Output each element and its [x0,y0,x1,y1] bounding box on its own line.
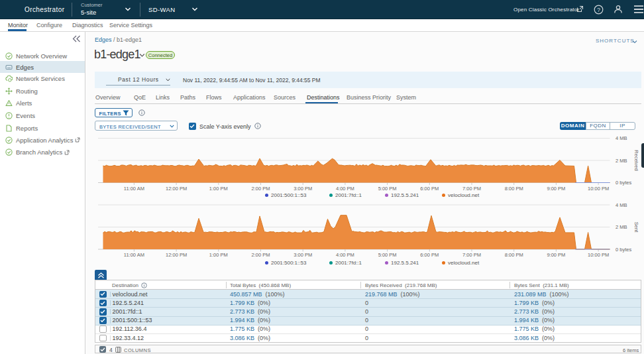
svg-text:11:00 AM: 11:00 AM [124,252,144,258]
svg-text:4 MB: 4 MB [616,202,627,208]
svg-text:5:00 PM: 5:00 PM [378,186,397,192]
svg-text:2:00 PM: 2:00 PM [252,186,270,192]
svg-text:2 MB: 2 MB [616,158,627,164]
svg-text:2 MB: 2 MB [616,224,627,230]
svg-text:4 MB: 4 MB [616,135,627,141]
svg-text:10:00 PM: 10:00 PM [588,186,609,192]
svg-text:12:00 PM: 12:00 PM [166,252,187,258]
svg-text:1:00 PM: 1:00 PM [209,186,228,192]
svg-text:9:00 PM: 9:00 PM [547,186,565,192]
svg-text:3:00 PM: 3:00 PM [294,252,312,258]
svg-text:6:00 PM: 6:00 PM [420,252,439,258]
svg-text:4:00 PM: 4:00 PM [336,186,354,192]
svg-text:12:00 PM: 12:00 PM [166,186,187,192]
svg-text:9:00 PM: 9:00 PM [547,252,565,258]
svg-text:Received: Received [633,150,639,170]
svg-text:0 bytes: 0 bytes [616,180,631,186]
svg-text:8:00 PM: 8:00 PM [505,186,523,192]
svg-text:6:00 PM: 6:00 PM [420,186,439,192]
svg-text:3:00 PM: 3:00 PM [294,186,312,192]
svg-text:10:00 PM: 10:00 PM [588,252,609,258]
svg-text:0 bytes: 0 bytes [616,247,631,253]
svg-text:5:00 PM: 5:00 PM [378,252,397,258]
svg-text:11:00 AM: 11:00 AM [124,186,144,192]
svg-text:1:00 PM: 1:00 PM [209,252,228,258]
svg-text:4:00 PM: 4:00 PM [336,252,354,258]
svg-text:8:00 PM: 8:00 PM [505,252,523,258]
svg-text:7:00 PM: 7:00 PM [462,186,481,192]
svg-text:Sent: Sent [633,222,639,233]
svg-text:7:00 PM: 7:00 PM [462,252,481,258]
svg-text:?: ? [597,6,600,13]
svg-text:2:00 PM: 2:00 PM [252,252,270,258]
